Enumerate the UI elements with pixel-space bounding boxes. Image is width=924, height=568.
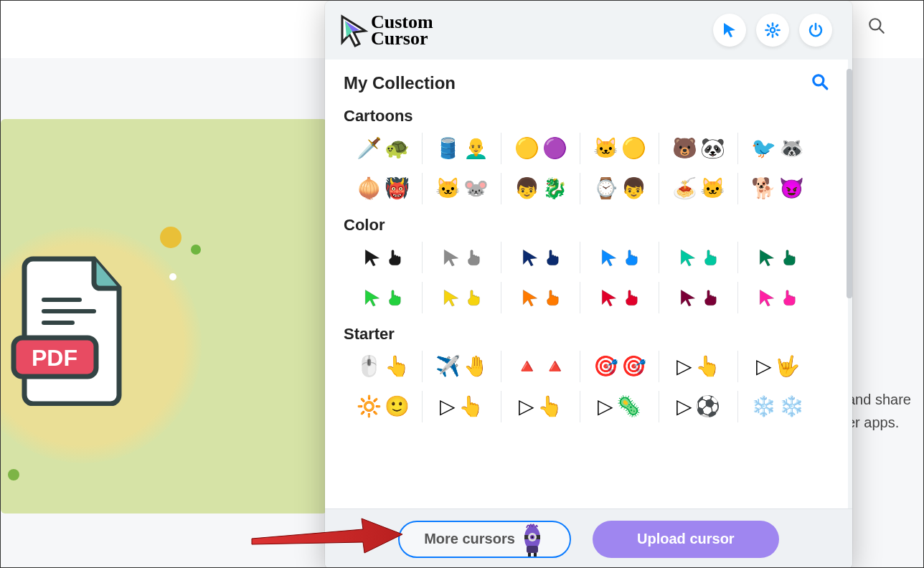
cursor-glyph: 👆 (695, 356, 720, 377)
cursor-glyph: 🐼 (700, 138, 725, 158)
cursor-item-dragon-trainer[interactable]: 👦🐉 (501, 173, 580, 204)
cursor-item-pixel[interactable]: ▷🤟 (738, 351, 817, 382)
cursor-item-snowflake[interactable]: ❄️❄️ (738, 391, 817, 422)
brand-logo[interactable]: Custom Cursor (338, 12, 433, 48)
cursor-row: 🖱️👆✈️🤚🔺🔺🎯🎯▷👆▷🤟 (344, 351, 829, 382)
cursor-item-dkgreen[interactable] (738, 242, 817, 273)
cursor-glyph: 🎯 (593, 356, 618, 377)
cursor-item-grinch[interactable]: 🐕😈 (738, 173, 817, 204)
power-button[interactable] (799, 14, 832, 47)
cursor-item-ninja-turtle[interactable]: 🗡️🐢 (344, 133, 423, 164)
cursor-item-paper-plane[interactable]: ✈️🤚 (423, 351, 501, 382)
cursor-item-gray[interactable] (423, 242, 501, 273)
cursor-glyph: ▷ (756, 356, 772, 377)
cursor-glyph (442, 248, 461, 267)
popup-header: Custom Cursor (325, 1, 852, 60)
cursor-item-outline[interactable]: ▷👆 (659, 351, 738, 382)
power-icon (807, 22, 824, 39)
cursor-glyph (600, 288, 618, 307)
svg-point-22 (532, 536, 534, 538)
cursor-item-rainbow[interactable]: ▷👆 (423, 391, 501, 422)
scrollbar[interactable] (847, 69, 852, 496)
cursor-item-soccer[interactable]: ▷⚽ (659, 391, 738, 422)
cursor-row: 🧅👹🐱🐭👦🐉⌚👦🍝🐱🐕😈 (344, 173, 829, 204)
cursor-glyph: 🟡 (514, 138, 539, 158)
cursor-glyph (542, 288, 561, 307)
header-buttons (713, 14, 832, 47)
brand-text-bottom: Cursor (371, 30, 433, 47)
category-cartoons: Cartoons🗡️🐢🛢️👨‍🦲🟡🟣🐱🟡🐻🐼🐦🦝🧅👹🐱🐭👦🐉⌚👦🍝🐱🐕😈 (344, 107, 829, 204)
collection-title: My Collection (344, 73, 456, 93)
cursor-item-wine[interactable] (659, 282, 738, 313)
cursor-glyph: 🐱 (593, 138, 618, 158)
cursor-glyph (621, 248, 640, 267)
cursor-glyph: 🟡 (621, 138, 646, 158)
cursor-glyph (521, 288, 539, 307)
svg-line-17 (822, 84, 827, 89)
cursor-glyph (363, 288, 382, 307)
cursor-row (344, 282, 829, 313)
settings-button[interactable] (756, 14, 789, 47)
cursor-item-tom-jerry[interactable]: 🐱🐭 (423, 173, 501, 204)
default-cursor-button[interactable] (713, 14, 746, 47)
upload-cursor-button[interactable]: Upload cursor (593, 521, 779, 558)
cursor-item-stone[interactable]: 🔺🔺 (501, 351, 580, 382)
cursor-glyph: ▷ (519, 397, 534, 417)
cursor-glyph: ⌚ (593, 179, 618, 199)
cursor-glyph: 👆 (385, 356, 410, 377)
cursor-glyph: ❄️ (779, 397, 804, 417)
cursor-item-shrek[interactable]: 🧅👹 (344, 173, 423, 204)
category-title: Color (344, 216, 829, 235)
more-cursors-button[interactable]: More cursors (398, 521, 571, 558)
search-icon (811, 72, 829, 91)
cursor-item-black[interactable] (344, 242, 423, 273)
cursor-item-blue[interactable] (580, 242, 659, 273)
popup-footer: More cursors Upload cursor (325, 508, 852, 568)
cursor-glyph (779, 288, 798, 307)
cursor-item-slime[interactable]: ▷🦠 (580, 391, 659, 422)
article-card: PDF (1, 119, 327, 513)
cursor-glyph: 🧅 (357, 179, 382, 199)
page-search-button[interactable] (866, 15, 887, 37)
cursor-glyph: 🤟 (775, 356, 800, 377)
cursor-item-red[interactable] (580, 282, 659, 313)
cursor-item-popeye[interactable]: 🛢️👨‍🦲 (423, 133, 501, 164)
cursor-item-garfield[interactable]: 🍝🐱 (659, 173, 738, 204)
scrollbar-thumb[interactable] (847, 69, 852, 298)
dot-decoration (169, 273, 176, 280)
cursor-item-felix[interactable]: 🐱🟡 (580, 133, 659, 164)
category-title: Starter (344, 325, 829, 344)
cursor-item-teal[interactable] (659, 242, 738, 273)
cursor-item-holo[interactable]: 🖱️👆 (344, 351, 423, 382)
collection-search-button[interactable] (811, 72, 829, 94)
cursor-glyph: 🎯 (621, 356, 646, 377)
cursor-item-orange[interactable] (501, 282, 580, 313)
cursor-item-pink[interactable] (738, 282, 817, 313)
cursor-item-crosshair[interactable]: 🎯🎯 (580, 351, 659, 382)
cursor-item-green[interactable] (344, 282, 423, 313)
cursor-item-yellow[interactable] (423, 282, 501, 313)
cursor-logo-icon (338, 12, 369, 48)
cursor-glyph: 👦 (621, 179, 646, 199)
cursor-item-emoji[interactable]: 🔆🙂 (344, 391, 423, 422)
cursor-glyph: ▷ (440, 397, 456, 417)
cursor-item-minions[interactable]: 🟡🟣 (501, 133, 580, 164)
cursor-glyph (463, 248, 482, 267)
cursor-glyph: 🦠 (616, 397, 641, 417)
cursor-glyph: 🐱 (435, 179, 461, 199)
popup-body: My Collection Cartoons🗡️🐢🛢️👨‍🦲🟡🟣🐱🟡🐻🐼🐦🦝🧅👹… (325, 60, 848, 508)
cursor-item-regular-show[interactable]: 🐦🦝 (738, 133, 817, 164)
cursor-glyph: 🔆 (357, 397, 382, 417)
svg-line-1 (879, 28, 884, 33)
cursor-item-ben10[interactable]: ⌚👦 (580, 173, 659, 204)
cursor-item-bears[interactable]: 🐻🐼 (659, 133, 738, 164)
cursor-item-purple-hand[interactable]: ▷👆 (501, 391, 580, 422)
cursor-item-navy[interactable] (501, 242, 580, 273)
cursor-row: 🗡️🐢🛢️👨‍🦲🟡🟣🐱🟡🐻🐼🐦🦝 (344, 133, 829, 164)
cursor-glyph: ✈️ (435, 356, 461, 377)
category-starter: Starter🖱️👆✈️🤚🔺🔺🎯🎯▷👆▷🤟🔆🙂▷👆▷👆▷🦠▷⚽❄️❄️ (344, 325, 829, 422)
cursor-glyph: 😈 (779, 179, 804, 199)
minion-icon (519, 522, 545, 557)
cursor-glyph: 👦 (514, 179, 539, 199)
background-text-fragment: and share er apps. (847, 388, 924, 434)
